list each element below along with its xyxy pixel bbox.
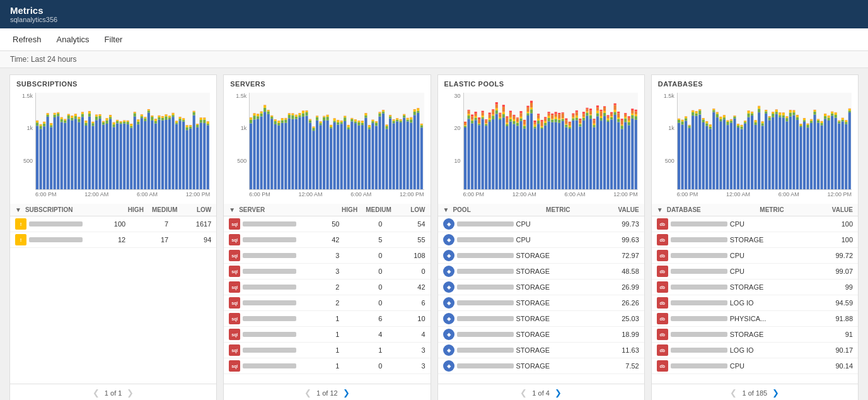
svg-rect-96 <box>120 124 122 189</box>
filter-button[interactable]: Filter <box>102 33 125 45</box>
svg-rect-675 <box>698 110 701 114</box>
next-page-button[interactable]: ❯ <box>125 388 135 397</box>
svg-rect-844 <box>845 121 847 122</box>
analytics-button[interactable]: Analytics <box>54 33 92 45</box>
svg-rect-591 <box>596 113 598 116</box>
svg-rect-611 <box>610 117 613 119</box>
medium-cell: 7 <box>125 220 168 228</box>
refresh-button[interactable]: Refresh <box>10 33 44 45</box>
svg-rect-462 <box>506 123 508 124</box>
svg-rect-633 <box>624 114 627 117</box>
svg-rect-601 <box>603 113 606 116</box>
svg-rect-517 <box>544 121 547 123</box>
svg-rect-454 <box>499 113 501 114</box>
next-page-button[interactable]: ❯ <box>771 388 780 397</box>
svg-rect-331 <box>361 121 364 121</box>
svg-rect-100 <box>123 124 125 189</box>
svg-rect-458 <box>502 107 504 112</box>
svg-rect-25 <box>57 114 59 116</box>
svg-rect-318 <box>350 119 353 119</box>
svg-rect-116 <box>137 124 139 189</box>
svg-rect-477 <box>516 122 518 123</box>
svg-rect-508 <box>537 115 540 119</box>
svg-rect-143 <box>158 115 160 116</box>
svg-rect-82 <box>106 119 108 121</box>
medium-cell: 0 <box>339 299 382 307</box>
pagination: ❮ 1 of 4 ❯ <box>438 384 644 400</box>
svg-rect-690 <box>712 112 715 189</box>
value-cell: 72.97 <box>590 252 639 259</box>
name-bar <box>243 300 296 305</box>
svg-rect-463 <box>506 118 508 123</box>
svg-rect-153 <box>168 117 171 119</box>
svg-rect-347 <box>375 121 378 122</box>
svg-rect-512 <box>540 126 543 127</box>
svg-rect-41 <box>71 118 73 121</box>
svg-rect-242 <box>285 119 287 120</box>
svg-rect-225 <box>270 117 273 119</box>
svg-rect-164 <box>179 121 182 189</box>
svg-rect-375 <box>400 119 402 120</box>
filter-icon: ▼ <box>15 206 21 213</box>
name-bar <box>29 237 83 242</box>
svg-rect-387 <box>410 117 412 118</box>
table-row: db LOG IO 94.59 <box>652 295 858 311</box>
table-row: ◈ STORAGE 18.99 <box>438 327 644 343</box>
prev-page-button[interactable]: ❮ <box>91 388 101 397</box>
svg-rect-445 <box>495 114 497 189</box>
low-cell: 3 <box>382 362 425 370</box>
value-cell: 91.88 <box>804 315 853 322</box>
prev-page-button[interactable]: ❮ <box>303 388 313 397</box>
svg-rect-552 <box>568 126 570 127</box>
value-cell: 99.63 <box>590 236 639 244</box>
svg-rect-342 <box>372 120 374 121</box>
svg-rect-598 <box>599 111 602 116</box>
svg-rect-329 <box>361 123 364 125</box>
svg-rect-574 <box>582 112 584 114</box>
svg-rect-709 <box>726 121 729 121</box>
x-axis: 6:00 PM12:00 AM6:00 AM12:00 PM <box>463 190 638 201</box>
metric-cell: STORAGE <box>730 236 804 244</box>
svg-rect-449 <box>495 102 497 105</box>
server-icon: sql <box>229 313 240 324</box>
svg-rect-741 <box>754 120 756 121</box>
low-cell: 55 <box>382 236 425 244</box>
name-bar <box>243 348 296 353</box>
svg-rect-382 <box>407 118 409 119</box>
next-page-button[interactable]: ❯ <box>342 388 351 397</box>
svg-rect-435 <box>488 122 490 189</box>
svg-rect-505 <box>537 124 540 189</box>
svg-rect-660 <box>685 117 687 118</box>
name-bar <box>671 300 727 305</box>
svg-rect-138 <box>154 119 157 121</box>
svg-rect-49 <box>78 119 80 122</box>
svg-rect-306 <box>340 121 343 122</box>
table-row: sql 1 6 10 <box>224 311 430 327</box>
svg-rect-120 <box>141 118 143 189</box>
svg-rect-452 <box>499 117 501 119</box>
svg-rect-355 <box>382 110 385 110</box>
svg-rect-289 <box>327 117 329 121</box>
col-name-header: POOL <box>453 206 546 213</box>
pool-icon: ◈ <box>443 218 454 230</box>
prev-page-button[interactable]: ❮ <box>729 388 738 397</box>
svg-rect-136 <box>154 124 157 189</box>
svg-rect-647 <box>634 114 637 116</box>
svg-rect-596 <box>599 118 602 121</box>
table-row: ! 12 17 94 <box>10 232 216 248</box>
name-bar <box>671 363 727 368</box>
svg-rect-732 <box>747 111 749 114</box>
svg-rect-406 <box>467 115 470 119</box>
table-row: sql 3 0 108 <box>224 248 430 264</box>
svg-rect-830 <box>834 118 836 189</box>
prev-page-button[interactable]: ❮ <box>519 388 528 397</box>
svg-rect-653 <box>678 119 680 119</box>
svg-rect-796 <box>803 119 806 121</box>
svg-rect-168 <box>182 122 185 189</box>
next-page-button[interactable]: ❯ <box>553 388 563 397</box>
svg-rect-748 <box>761 122 763 123</box>
svg-rect-371 <box>396 118 398 119</box>
svg-rect-205 <box>253 115 256 119</box>
svg-rect-789 <box>796 115 799 115</box>
svg-rect-386 <box>410 117 412 119</box>
